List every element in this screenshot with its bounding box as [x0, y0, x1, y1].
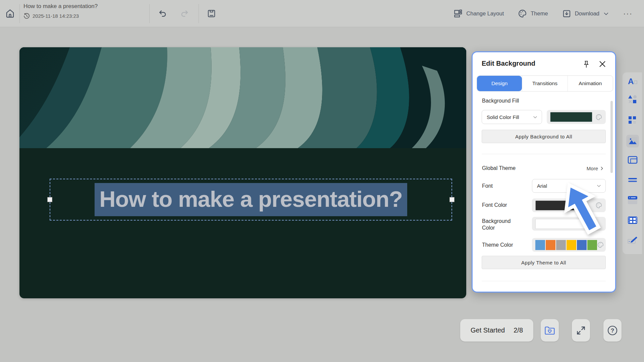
fullscreen-icon [576, 325, 586, 336]
download-label: Download [575, 10, 599, 17]
slide-canvas[interactable]: How to make a presentation? [19, 47, 466, 298]
frame-tool-button[interactable] [627, 155, 638, 165]
theme-color-swatch[interactable] [535, 240, 545, 250]
text-tool-icon: A [628, 77, 638, 86]
background-fill-label: Background Fill [482, 98, 519, 104]
fullscreen-button[interactable] [572, 319, 590, 342]
section-divider [482, 154, 606, 154]
tab-transitions[interactable]: Transitions [522, 76, 567, 91]
download-button[interactable]: Download [562, 9, 609, 18]
text-tool-button[interactable]: A [627, 76, 638, 87]
svg-text:?: ? [611, 327, 614, 334]
get-started-button[interactable]: Get Started 2/8 [460, 319, 533, 342]
save-button[interactable] [204, 6, 219, 21]
draw-tool-button[interactable] [627, 234, 638, 245]
theme-color-swatch[interactable] [567, 240, 576, 250]
last-saved-time: 2025-11-18 14:23:23 [23, 13, 79, 19]
font-dropdown[interactable]: Arial [532, 179, 606, 193]
image-tool-button[interactable] [626, 135, 639, 147]
shapes-tool-icon [628, 95, 637, 104]
get-started-label: Get Started [471, 326, 505, 334]
theme-color-swatch[interactable] [577, 240, 587, 250]
font-color-field[interactable] [532, 198, 606, 212]
font-color-swatch[interactable] [535, 200, 578, 210]
chevron-down-icon [596, 183, 601, 188]
video-tool-button[interactable] [627, 215, 638, 226]
theme-palette-icon [518, 9, 527, 18]
chevron-down-icon [533, 115, 538, 120]
theme-color-field [532, 238, 606, 252]
undo-button[interactable] [155, 6, 170, 21]
home-icon [5, 8, 15, 18]
video-tool-icon [628, 216, 638, 225]
slide-title-text[interactable]: How to make a presentation? [95, 183, 407, 216]
history-clock-icon [23, 13, 30, 19]
more-menu-button[interactable]: ··· [623, 9, 633, 18]
draw-tool-icon [628, 235, 638, 244]
toolbar-divider [149, 4, 150, 23]
theme-color-swatch[interactable] [587, 240, 597, 250]
section-divider [482, 281, 606, 281]
help-button[interactable]: ? [603, 319, 622, 342]
background-color-swatch[interactable] [535, 219, 596, 229]
get-started-progress: 2/8 [514, 326, 523, 334]
resize-handle-right[interactable] [449, 197, 454, 202]
background-fill-color-field[interactable] [547, 110, 606, 124]
apply-theme-to-all-button[interactable]: Apply Theme to All [482, 256, 606, 269]
pin-panel-button[interactable] [582, 60, 591, 69]
undo-icon [158, 9, 167, 18]
tab-animation[interactable]: Animation [568, 76, 613, 91]
slide-background-waves-image [19, 47, 466, 148]
background-color-field[interactable] [532, 217, 606, 231]
favorites-button[interactable] [541, 319, 559, 342]
theme-color-swatch[interactable] [556, 240, 566, 250]
theme-color-swatch[interactable] [546, 240, 555, 250]
font-value: Arial [537, 183, 547, 189]
download-icon [562, 9, 571, 18]
lines-tool-icon [628, 177, 638, 183]
image-tool-icon [628, 137, 638, 145]
element-toolbar: A [623, 72, 642, 254]
apply-background-to-all-button[interactable]: Apply Background to All [482, 130, 606, 143]
theme-color-label: Theme Color [482, 242, 522, 248]
document-title: How to make a presentation? [23, 3, 98, 10]
more-label: More [587, 166, 598, 171]
panel-title: Edit Background [482, 60, 535, 67]
home-button[interactable] [3, 6, 17, 21]
redo-icon [180, 9, 189, 18]
edit-background-panel: Edit Background Design Transitions Anima… [472, 51, 616, 293]
color-picker-palette-icon[interactable] [595, 114, 602, 121]
color-picker-palette-icon[interactable] [597, 241, 604, 248]
timestamp-text: 2025-11-18 14:23:23 [33, 13, 79, 19]
lines-tool-button[interactable] [627, 175, 638, 185]
fill-type-value: Solid Color Fill [487, 114, 519, 120]
change-layout-button[interactable]: Change Layout [453, 9, 504, 18]
redo-button[interactable] [177, 6, 192, 21]
global-theme-label: Global Theme [482, 165, 516, 171]
tab-design[interactable]: Design [477, 76, 522, 91]
shapes-tool-button[interactable] [627, 94, 638, 105]
background-fill-color-swatch[interactable] [550, 112, 592, 122]
grid-tool-button[interactable] [627, 115, 638, 125]
background-color-label: Background Color [482, 218, 522, 231]
theme-color-swatches[interactable] [535, 240, 597, 250]
global-theme-more-link[interactable]: More [587, 166, 604, 171]
color-picker-palette-icon[interactable] [595, 202, 602, 209]
card-tool-button[interactable] [627, 195, 638, 205]
font-color-label: Font Color [482, 202, 522, 208]
theme-label: Theme [531, 10, 548, 17]
panel-tab-bar: Design Transitions Animation [477, 75, 613, 92]
close-panel-button[interactable] [597, 59, 607, 69]
toolbar-divider [199, 4, 199, 23]
font-label: Font [482, 183, 522, 189]
change-layout-label: Change Layout [466, 10, 504, 17]
theme-button[interactable]: Theme [518, 9, 548, 18]
help-icon: ? [607, 325, 618, 336]
fill-type-dropdown[interactable]: Solid Color Fill [482, 110, 542, 124]
panel-scrollbar[interactable] [610, 101, 613, 173]
top-toolbar: How to make a presentation? 2025-11-18 1… [0, 0, 644, 27]
pin-icon [583, 60, 590, 68]
resize-handle-left[interactable] [47, 197, 52, 202]
change-layout-icon [453, 9, 463, 18]
toolbar-divider [19, 4, 20, 23]
